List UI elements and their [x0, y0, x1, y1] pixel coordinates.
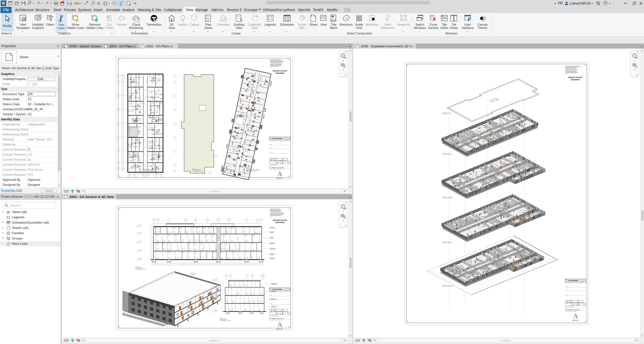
svg-text:115¶@A1: 115¶@A1: [278, 160, 282, 161]
svg-text:DRAWING: DRAWING: [275, 221, 285, 224]
svg-text:2002: 2002: [277, 162, 279, 163]
svg-text:B: B: [157, 219, 158, 221]
svg-text:1 : 100: 1 : 100: [195, 171, 197, 173]
svg-text:E: E: [195, 219, 196, 221]
svg-text:C0: C0: [270, 311, 272, 312]
svg-text:115¶@A1: 115¶@A1: [574, 302, 578, 303]
svg-text:A: A: [153, 219, 154, 221]
svg-text:DESIGN INTENT: DESIGN INTENT: [273, 70, 288, 72]
svg-text:S2 - Suitable for Information: S2 - Suitable for Information: [565, 309, 580, 310]
svg-text:Roof Level: Roof Level: [195, 169, 200, 170]
svg-text:C0: C0: [569, 302, 570, 303]
svg-text:115¶@A1: 115¶@A1: [278, 311, 282, 312]
svg-text:A1: A1: [571, 302, 572, 303]
svg-text:P01: P01: [584, 304, 586, 305]
svg-text:1: 1: [388, 15, 389, 18]
svg-text:S2 - Suitable for Information: S2 - Suitable for Information: [269, 318, 284, 319]
svg-text:Typical Floor Plan 3D: Typical Floor Plan 3D: [249, 169, 260, 170]
svg-text:C0: C0: [273, 311, 274, 312]
svg-text:C0: C0: [566, 302, 568, 303]
svg-text:1 : 100: 1 : 100: [138, 269, 141, 270]
svg-text:1 : 100: 1 : 100: [222, 321, 225, 322]
svg-text:F: F: [207, 219, 208, 221]
svg-text:A1: A1: [275, 311, 276, 312]
svg-text:J: J: [246, 219, 247, 221]
svg-text:DESIGN INTENT: DESIGN INTENT: [568, 76, 583, 79]
svg-text:1 : 100: 1 : 100: [249, 171, 252, 173]
svg-text:04 Roof 3D: 04 Roof 3D: [445, 113, 450, 114]
svg-text:S2 - Suitable for Information: S2 - Suitable for Information: [269, 167, 284, 168]
svg-text:2D: 2D: [344, 57, 346, 59]
svg-text:02 Second Floor 3D: 02 Second Floor 3D: [445, 197, 453, 198]
svg-text:2D: 2D: [635, 57, 638, 59]
svg-text:2D: 2D: [344, 208, 346, 210]
svg-text:H: H: [228, 219, 229, 221]
svg-text:Section 2: Section 2: [222, 319, 227, 320]
svg-text:1 : 100: 1 : 100: [145, 171, 148, 173]
svg-text:2002: 2002: [277, 313, 279, 314]
svg-text:03 Third Floor 3D: 03 Third Floor 3D: [445, 154, 452, 155]
svg-text:PM_40_40: PM_40_40: [279, 313, 284, 314]
svg-text:DESIGN INTENT: DESIGN INTENT: [273, 219, 288, 221]
svg-text:01 First Floor 3D: 01 First Floor 3D: [445, 242, 452, 243]
svg-text:PM_40_40: PM_40_40: [279, 162, 284, 163]
svg-text:1: 1: [93, 2, 94, 4]
svg-text:Section 1: Section 1: [138, 267, 143, 268]
svg-text:C0: C0: [270, 160, 272, 161]
svg-text:10/06/20: 10/06/20: [283, 311, 287, 312]
svg-text:00 Ground Floor 3D: 00 Ground Floor 3D: [445, 286, 453, 287]
svg-text:Third Floor Level: Third Floor Level: [145, 169, 154, 170]
svg-text:A: A: [97, 1, 100, 6]
svg-text:DRAWING: DRAWING: [275, 72, 285, 74]
svg-text:A1: A1: [275, 160, 276, 161]
svg-text:2002: 2002: [573, 304, 575, 305]
svg-text:PM_40_40: PM_40_40: [575, 304, 580, 305]
svg-text:C0: C0: [273, 160, 274, 161]
svg-text:K: K: [257, 219, 258, 221]
svg-text:P01: P01: [288, 313, 290, 314]
svg-text:10/06/20: 10/06/20: [579, 302, 583, 303]
svg-text:G: G: [218, 219, 219, 221]
svg-text:10/06/20: 10/06/20: [283, 160, 287, 161]
svg-text:P01: P01: [288, 162, 290, 163]
svg-text:DRAWING: DRAWING: [571, 79, 580, 81]
